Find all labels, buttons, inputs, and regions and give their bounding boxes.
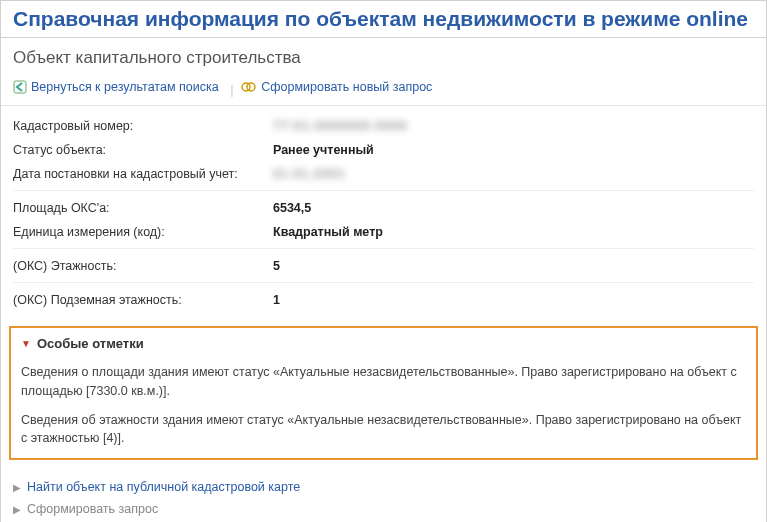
status-label: Статус объекта: — [13, 143, 273, 157]
special-notes-box: ▼ Особые отметки Сведения о площади здан… — [9, 326, 758, 460]
cad-number-value: 77:01:0000000:0000 — [273, 119, 408, 133]
page-container: Справочная информация по объектам недвиж… — [0, 0, 767, 522]
link-row: ▶ Сформировать запрос — [13, 498, 754, 520]
field-row: Дата постановки на кадастровый учет: 01.… — [13, 162, 754, 186]
notes-body: Сведения о площади здания имеют статус «… — [11, 359, 756, 458]
link-row: ▶ Найти объект на публичной кадастровой … — [13, 476, 754, 498]
field-row: Единица измерения (код): Квадратный метр — [13, 220, 754, 244]
unit-label: Единица измерения (код): — [13, 225, 273, 239]
chevron-right-icon: ▶ — [13, 504, 21, 515]
fields-block: Кадастровый номер: 77:01:0000000:0000 Ст… — [1, 106, 766, 320]
field-row: (ОКС) Этажность: 5 — [13, 248, 754, 278]
cad-number-label: Кадастровый номер: — [13, 119, 273, 133]
chevron-right-icon: ▶ — [13, 482, 21, 493]
separator: | — [230, 82, 233, 97]
page-title: Справочная информация по объектам недвиж… — [1, 1, 766, 38]
new-request-icon — [241, 80, 257, 94]
object-subtitle: Объект капитального строительства — [1, 38, 766, 76]
reg-date-label: Дата постановки на кадастровый учет: — [13, 167, 273, 181]
field-row: Площадь ОКС'a: 6534,5 — [13, 190, 754, 220]
notes-title: Особые отметки — [37, 336, 144, 351]
note-paragraph: Сведения об этажности здания имеют стату… — [21, 411, 746, 449]
top-toolbar: Вернуться к результатам поиска | Сформир… — [1, 76, 766, 106]
special-notes-header[interactable]: ▼ Особые отметки — [11, 328, 756, 359]
form-request-link[interactable]: Сформировать запрос — [27, 502, 158, 516]
new-request-link[interactable]: Сформировать новый запрос — [241, 80, 432, 94]
unit-value: Квадратный метр — [273, 225, 383, 239]
find-on-map-link[interactable]: Найти объект на публичной кадастровой ка… — [27, 480, 300, 494]
ufloors-value: 1 — [273, 293, 280, 307]
back-arrow-icon — [13, 80, 27, 94]
note-paragraph: Сведения о площади здания имеют статус «… — [21, 363, 746, 401]
reg-date-value: 01.01.2001 — [273, 167, 346, 181]
field-row: Кадастровый номер: 77:01:0000000:0000 — [13, 114, 754, 138]
floors-label: (ОКС) Этажность: — [13, 259, 273, 273]
floors-value: 5 — [273, 259, 280, 273]
bottom-links: ▶ Найти объект на публичной кадастровой … — [1, 470, 766, 522]
back-to-results-link[interactable]: Вернуться к результатам поиска — [13, 80, 219, 94]
field-row: (ОКС) Подземная этажность: 1 — [13, 282, 754, 312]
status-value: Ранее учтенный — [273, 143, 374, 157]
area-value: 6534,5 — [273, 201, 311, 215]
field-row: Статус объекта: Ранее учтенный — [13, 138, 754, 162]
area-label: Площадь ОКС'a: — [13, 201, 273, 215]
ufloors-label: (ОКС) Подземная этажность: — [13, 293, 273, 307]
new-label: Сформировать новый запрос — [261, 80, 432, 94]
chevron-down-icon: ▼ — [21, 338, 31, 349]
back-label: Вернуться к результатам поиска — [31, 80, 219, 94]
svg-point-2 — [247, 83, 255, 91]
